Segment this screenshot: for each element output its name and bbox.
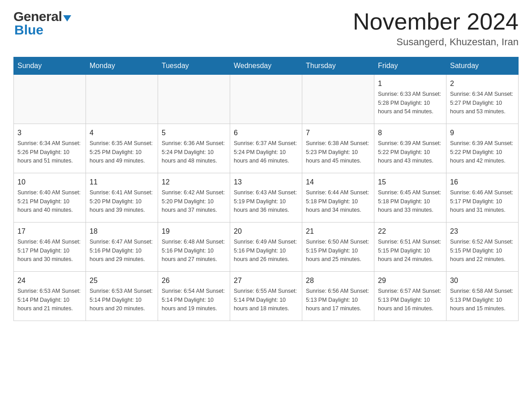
calendar-cell: 24Sunrise: 6:53 AM Sunset: 5:14 PM Dayli… <box>14 272 86 321</box>
day-number: 4 <box>90 128 154 138</box>
calendar-week-row: 1Sunrise: 6:33 AM Sunset: 5:28 PM Daylig… <box>14 75 519 124</box>
calendar-cell: 13Sunrise: 6:43 AM Sunset: 5:19 PM Dayli… <box>230 173 302 223</box>
day-info: Sunrise: 6:58 AM Sunset: 5:13 PM Dayligh… <box>450 287 515 313</box>
day-number: 17 <box>17 226 82 237</box>
month-title: November 2024 <box>353 9 519 34</box>
calendar-cell: 17Sunrise: 6:46 AM Sunset: 5:17 PM Dayli… <box>14 223 86 272</box>
day-number: 29 <box>378 275 442 286</box>
calendar-cell <box>158 75 230 124</box>
day-info: Sunrise: 6:57 AM Sunset: 5:13 PM Dayligh… <box>378 287 442 313</box>
weekday-header-tuesday: Tuesday <box>158 57 230 75</box>
day-number: 14 <box>306 177 370 188</box>
weekday-header-thursday: Thursday <box>302 57 374 75</box>
calendar-cell: 18Sunrise: 6:47 AM Sunset: 5:16 PM Dayli… <box>86 223 158 272</box>
day-number: 23 <box>450 226 515 237</box>
day-number: 21 <box>306 226 370 237</box>
calendar-cell: 23Sunrise: 6:52 AM Sunset: 5:15 PM Dayli… <box>446 223 519 272</box>
day-info: Sunrise: 6:37 AM Sunset: 5:24 PM Dayligh… <box>234 139 298 165</box>
day-number: 3 <box>17 128 82 138</box>
calendar-cell <box>86 75 158 124</box>
logo: General Blue <box>13 9 71 38</box>
day-info: Sunrise: 6:53 AM Sunset: 5:14 PM Dayligh… <box>17 287 82 313</box>
calendar-cell: 2Sunrise: 6:34 AM Sunset: 5:27 PM Daylig… <box>446 75 519 124</box>
calendar-cell: 21Sunrise: 6:50 AM Sunset: 5:15 PM Dayli… <box>302 223 374 272</box>
logo-triangle-icon <box>63 15 71 21</box>
day-info: Sunrise: 6:53 AM Sunset: 5:14 PM Dayligh… <box>90 287 154 313</box>
day-info: Sunrise: 6:36 AM Sunset: 5:24 PM Dayligh… <box>162 139 226 165</box>
calendar-cell: 22Sunrise: 6:51 AM Sunset: 5:15 PM Dayli… <box>374 223 446 272</box>
day-info: Sunrise: 6:39 AM Sunset: 5:22 PM Dayligh… <box>450 139 515 165</box>
day-info: Sunrise: 6:42 AM Sunset: 5:20 PM Dayligh… <box>162 188 226 214</box>
day-info: Sunrise: 6:43 AM Sunset: 5:19 PM Dayligh… <box>234 188 298 214</box>
day-number: 5 <box>162 128 226 138</box>
day-number: 7 <box>306 128 370 138</box>
day-info: Sunrise: 6:46 AM Sunset: 5:17 PM Dayligh… <box>450 188 515 214</box>
weekday-header-row: SundayMondayTuesdayWednesdayThursdayFrid… <box>14 57 519 75</box>
day-info: Sunrise: 6:52 AM Sunset: 5:15 PM Dayligh… <box>450 238 515 264</box>
weekday-header-friday: Friday <box>374 57 446 75</box>
calendar-cell: 14Sunrise: 6:44 AM Sunset: 5:18 PM Dayli… <box>302 173 374 223</box>
calendar-cell: 9Sunrise: 6:39 AM Sunset: 5:22 PM Daylig… <box>446 124 519 173</box>
day-info: Sunrise: 6:35 AM Sunset: 5:25 PM Dayligh… <box>90 139 154 165</box>
day-info: Sunrise: 6:38 AM Sunset: 5:23 PM Dayligh… <box>306 139 370 165</box>
calendar-cell: 4Sunrise: 6:35 AM Sunset: 5:25 PM Daylig… <box>86 124 158 173</box>
calendar-week-row: 10Sunrise: 6:40 AM Sunset: 5:21 PM Dayli… <box>14 173 519 223</box>
day-info: Sunrise: 6:39 AM Sunset: 5:22 PM Dayligh… <box>378 139 442 165</box>
calendar-cell: 12Sunrise: 6:42 AM Sunset: 5:20 PM Dayli… <box>158 173 230 223</box>
calendar-cell: 10Sunrise: 6:40 AM Sunset: 5:21 PM Dayli… <box>14 173 86 223</box>
day-number: 8 <box>378 128 442 138</box>
calendar-cell: 7Sunrise: 6:38 AM Sunset: 5:23 PM Daylig… <box>302 124 374 173</box>
day-number: 15 <box>378 177 442 188</box>
calendar-cell: 6Sunrise: 6:37 AM Sunset: 5:24 PM Daylig… <box>230 124 302 173</box>
calendar-cell: 1Sunrise: 6:33 AM Sunset: 5:28 PM Daylig… <box>374 75 446 124</box>
day-number: 30 <box>450 275 515 286</box>
weekday-header-saturday: Saturday <box>446 57 519 75</box>
page-header: General Blue November 2024 Susangerd, Kh… <box>13 9 519 48</box>
day-number: 24 <box>17 275 82 286</box>
logo-blue-text: Blue <box>14 22 43 38</box>
calendar-cell: 28Sunrise: 6:56 AM Sunset: 5:13 PM Dayli… <box>302 272 374 321</box>
day-info: Sunrise: 6:54 AM Sunset: 5:14 PM Dayligh… <box>162 287 226 313</box>
day-info: Sunrise: 6:45 AM Sunset: 5:18 PM Dayligh… <box>378 188 442 214</box>
day-number: 28 <box>306 275 370 286</box>
calendar-cell: 5Sunrise: 6:36 AM Sunset: 5:24 PM Daylig… <box>158 124 230 173</box>
calendar-week-row: 24Sunrise: 6:53 AM Sunset: 5:14 PM Dayli… <box>14 272 519 321</box>
day-info: Sunrise: 6:50 AM Sunset: 5:15 PM Dayligh… <box>306 238 370 264</box>
calendar-cell <box>302 75 374 124</box>
weekday-header-wednesday: Wednesday <box>230 57 302 75</box>
calendar-cell: 15Sunrise: 6:45 AM Sunset: 5:18 PM Dayli… <box>374 173 446 223</box>
day-info: Sunrise: 6:56 AM Sunset: 5:13 PM Dayligh… <box>306 287 370 313</box>
day-info: Sunrise: 6:55 AM Sunset: 5:14 PM Dayligh… <box>234 287 298 313</box>
title-area: November 2024 Susangerd, Khuzestan, Iran <box>353 9 519 48</box>
calendar-cell: 3Sunrise: 6:34 AM Sunset: 5:26 PM Daylig… <box>14 124 86 173</box>
location-title: Susangerd, Khuzestan, Iran <box>353 36 519 48</box>
day-number: 1 <box>378 78 442 89</box>
calendar-cell: 27Sunrise: 6:55 AM Sunset: 5:14 PM Dayli… <box>230 272 302 321</box>
day-number: 2 <box>450 78 515 89</box>
calendar-week-row: 17Sunrise: 6:46 AM Sunset: 5:17 PM Dayli… <box>14 223 519 272</box>
day-number: 25 <box>90 275 154 286</box>
day-number: 13 <box>234 177 298 188</box>
day-info: Sunrise: 6:34 AM Sunset: 5:26 PM Dayligh… <box>17 139 82 165</box>
day-number: 16 <box>450 177 515 188</box>
day-number: 10 <box>17 177 82 188</box>
day-number: 20 <box>234 226 298 237</box>
calendar-cell: 30Sunrise: 6:58 AM Sunset: 5:13 PM Dayli… <box>446 272 519 321</box>
day-info: Sunrise: 6:34 AM Sunset: 5:27 PM Dayligh… <box>450 90 515 116</box>
day-number: 19 <box>162 226 226 237</box>
day-info: Sunrise: 6:47 AM Sunset: 5:16 PM Dayligh… <box>90 238 154 264</box>
calendar-cell: 25Sunrise: 6:53 AM Sunset: 5:14 PM Dayli… <box>86 272 158 321</box>
day-number: 26 <box>162 275 226 286</box>
day-number: 12 <box>162 177 226 188</box>
calendar-cell: 29Sunrise: 6:57 AM Sunset: 5:13 PM Dayli… <box>374 272 446 321</box>
calendar-cell: 11Sunrise: 6:41 AM Sunset: 5:20 PM Dayli… <box>86 173 158 223</box>
day-info: Sunrise: 6:48 AM Sunset: 5:16 PM Dayligh… <box>162 238 226 264</box>
day-number: 22 <box>378 226 442 237</box>
calendar-cell: 8Sunrise: 6:39 AM Sunset: 5:22 PM Daylig… <box>374 124 446 173</box>
logo-general-text: General <box>13 9 62 24</box>
calendar-week-row: 3Sunrise: 6:34 AM Sunset: 5:26 PM Daylig… <box>14 124 519 173</box>
day-number: 9 <box>450 128 515 138</box>
weekday-header-sunday: Sunday <box>14 57 86 75</box>
day-info: Sunrise: 6:41 AM Sunset: 5:20 PM Dayligh… <box>90 188 154 214</box>
day-info: Sunrise: 6:40 AM Sunset: 5:21 PM Dayligh… <box>17 188 82 214</box>
